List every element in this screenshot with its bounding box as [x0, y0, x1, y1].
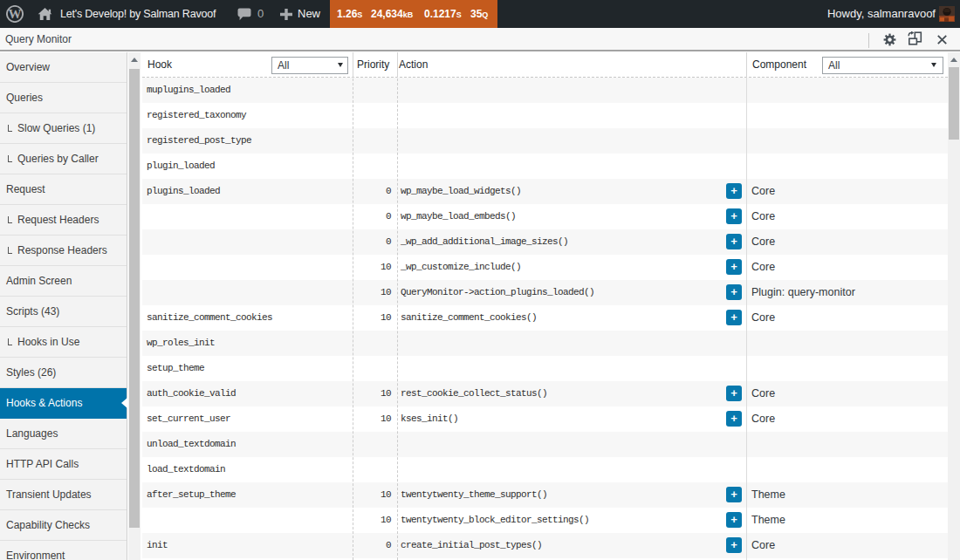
svg-text:W: W — [9, 7, 22, 21]
